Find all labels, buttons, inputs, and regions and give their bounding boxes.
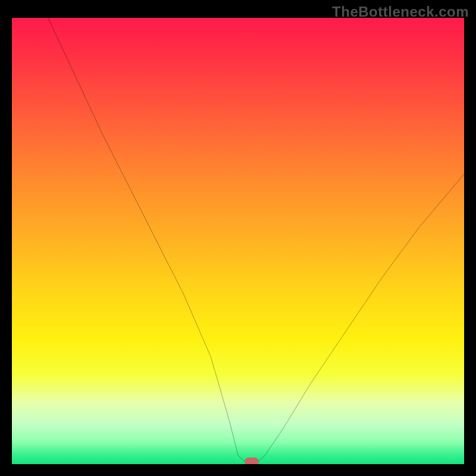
plot-area	[12, 18, 464, 464]
bottleneck-curve-path	[48, 18, 464, 464]
optimal-point-marker	[245, 458, 259, 464]
curve-svg	[12, 18, 464, 464]
chart-frame: TheBottleneck.com	[0, 0, 476, 476]
watermark-text: TheBottleneck.com	[332, 4, 469, 20]
